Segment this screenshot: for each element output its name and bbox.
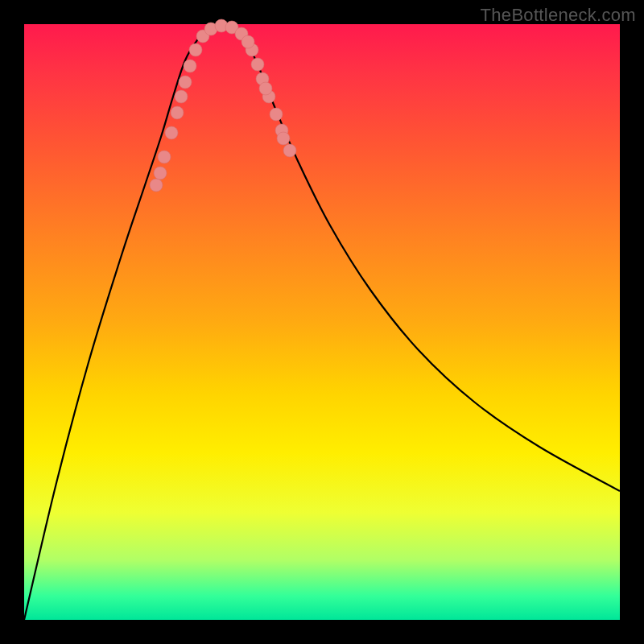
bead-marker	[270, 108, 283, 121]
bead-marker	[154, 167, 167, 180]
plot-area	[24, 24, 620, 620]
curve-layer	[24, 24, 620, 620]
bead-marker	[171, 106, 184, 119]
bead-marker	[259, 82, 272, 95]
bead-marker	[189, 43, 202, 56]
bead-marker	[165, 126, 178, 139]
bead-marker	[158, 151, 171, 163]
bottleneck-curve	[24, 24, 620, 620]
bead-marker	[179, 76, 192, 89]
bead-marker	[175, 90, 188, 103]
bead-marker	[277, 132, 290, 145]
chart-frame: TheBottleneck.com	[0, 0, 644, 644]
bead-marker	[251, 58, 264, 71]
bead-marker	[150, 179, 163, 192]
bead-marker	[283, 144, 296, 157]
bead-marker	[242, 35, 254, 48]
watermark-text: TheBottleneck.com	[481, 5, 636, 26]
bead-marker	[184, 60, 196, 72]
